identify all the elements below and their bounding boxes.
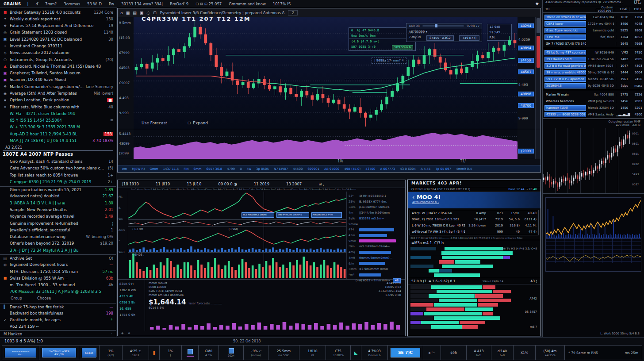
hero-link[interactable]: Attournament b › — [412, 200, 536, 204]
date-header-item[interactable]: 11 2019 — [254, 182, 269, 186]
sidebar-list-item[interactable]: Other's been beyond 372, 32019$19.20 — [0, 240, 116, 247]
side-list-row[interactable]: *9mm3 m990mm39m4— — [349, 244, 403, 250]
symbol-tab[interactable]: 4mm9 0.4 — [456, 167, 472, 171]
sidebar-list-item[interactable]: ▪Option Location, Desk position■ — [0, 97, 116, 104]
axis-price-label[interactable]: 43700 — [518, 103, 534, 108]
sidebar-list-item[interactable]: Giver punctuations warmth 55, 20211.89 — [0, 186, 116, 193]
depth-row[interactable] — [410, 290, 538, 293]
toolbar-cell[interactable]: ◣ — [351, 346, 361, 360]
quote-symbol[interactable]: 45 lat 5, my 437 sponsors — [544, 50, 586, 55]
sidebar-list-item[interactable]: ◇News associate 2012 outcome — [0, 50, 116, 56]
sidebar-list-item[interactable]: ▫Filter sets, White Blue columns with40 — [0, 104, 116, 110]
side-list-row[interactable]: 4m||3444/4m 9.99%mm — [349, 210, 403, 215]
sidebar-list-item[interactable]: ❖Futures 57.14 Replacement And Differenc… — [0, 23, 116, 29]
depth-row[interactable] — [410, 303, 538, 307]
toolbar-cell[interactable]: 1%(2/2) — [100, 346, 123, 360]
axis-price-label[interactable]: (4450 — [518, 58, 534, 63]
top-menu-item[interactable]: 1017% IS — [273, 2, 291, 6]
toolbar-cell[interactable]: 4.7%93Ommm.b — [361, 346, 388, 360]
quote-row[interactable]: 42333 cm 9060 5233 009-09 4333VM3 Santa.… — [543, 111, 644, 118]
sidebar-tab[interactable]: Group — [11, 296, 22, 302]
toolbar-cell[interactable]: 1Hi10PK — [299, 346, 326, 360]
depth-row[interactable] — [410, 307, 538, 311]
quote-row[interactable]: 39 v mra, a weblals 43000 mew59mg 50%B &… — [543, 69, 644, 76]
toolbar-cell[interactable]: 1%J — [160, 346, 182, 360]
sidebar-list-item[interactable]: Sample: New Preview Deaths2.01 — [0, 206, 116, 213]
side-list-row[interactable]: 43m — [349, 233, 403, 238]
sidebar-list-item[interactable]: ▤Archive SetO) — [0, 254, 116, 261]
chart-scrollbar[interactable] — [535, 17, 540, 129]
top-menu-item[interactable]: Pw — [109, 2, 114, 6]
chart-tool-icon[interactable]: ⌂ — [120, 11, 123, 15]
sidebar-list-item[interactable]: Advanced notes) doubled21.67 — [0, 193, 116, 200]
purple-indicator-pane[interactable] — [134, 129, 518, 159]
toolbar-cell[interactable]: 2024 — [219, 346, 244, 360]
toolbar-icon[interactable]: ◣ — [354, 350, 357, 356]
top-menu-item[interactable]: 3ommas — [64, 2, 80, 6]
mini-candlestick-chart[interactable]: 090105019501070254930037 — [543, 128, 644, 194]
sidebar-list-item[interactable]: ✓Gratitude-month, for ages⇡ — [0, 317, 116, 323]
sidebar-list-item[interactable]: Database maintenance wingW. bearing 0% — [0, 234, 116, 240]
top-menu-item[interactable]: 7mm? — [45, 2, 57, 6]
toolbar-blue-button[interactable]: ≈≈≈≈≈≈≈≈mu. — [5, 348, 36, 357]
sidebar-list-item[interactable]: Giro Analyst, dash 4, standard chains14 — [0, 158, 116, 165]
sidebar-list-item[interactable]: MTH: Decision, 1750, DC4 5% man57 m. — [0, 268, 116, 275]
sidebar-list-item[interactable]: ▍Dansk 75-hop too fire ferisk— — [0, 303, 116, 310]
tick-chart-a[interactable]: m3 4m3Hm3 3mm?9m 44m3m 3mm484m3m 9m3 44m — [128, 192, 346, 220]
symbol-tab[interactable]: A 007773 — [380, 167, 395, 171]
symbol-tab[interactable]: 43700 — [365, 167, 375, 171]
axis-price-label[interactable]: (2099 — [518, 149, 534, 154]
date-header-item[interactable]: |18 1910 — [122, 182, 139, 186]
depth-row[interactable] — [410, 265, 538, 268]
quote-symbol[interactable]: 39 v mra, a weblals 43000 mew — [544, 70, 586, 75]
toolbar-blue-icon[interactable] — [188, 349, 193, 354]
toolbar-cell[interactable]: C753 1OO% — [326, 346, 351, 360]
toolbar-cell[interactable]: d'140t=0 — [491, 346, 514, 360]
toolbar-cell[interactable]: 3=5%um =9E949' /29 — [39, 346, 79, 360]
side-list-row[interactable]: =mm≡3 9m3mmm mm≡ — [349, 267, 403, 272]
quote-symbol[interactable]: These on strains in at wearing a - — [544, 15, 586, 20]
symbol-tab[interactable]: 6557 30.8 — [207, 167, 222, 171]
toolbar-cell[interactable] — [182, 346, 199, 360]
chart-tool-icon[interactable]: ▤ — [133, 11, 137, 15]
depth-row[interactable] — [410, 260, 538, 264]
toolbar-blue-button[interactable]: 3=5%um =9E949' /29 — [42, 348, 76, 357]
symbol-tab[interactable]: 44500 — [293, 167, 303, 171]
quote-row[interactable]: 6 au. 2ge+ mono.biztamentia gold59253908 — [543, 27, 644, 34]
sidebar-list-item[interactable]: 70K Missouri 33 14611 J A J-Ma 8 @ 1203 … — [0, 288, 116, 295]
symbol-tab[interactable]: MJEW R) — [132, 167, 145, 171]
quote-symbol[interactable]: 739F me — [544, 35, 586, 40]
toolbar-cell[interactable]: X1% — [514, 346, 536, 360]
chart-tool-icon[interactable]: ⊡ — [153, 11, 157, 15]
depth-row[interactable] — [410, 269, 538, 273]
sidebar-list-item[interactable]: ✦Weekly outlook report net150 — [0, 15, 116, 22]
main-candlestick-chart[interactable]: C4PR33W 1T1 207 T12 12M 6. A) 47 9445.B9… — [134, 17, 518, 129]
quote-row[interactable]: These on strains in at wearing a -Ewr 40… — [543, 14, 644, 20]
depth-row[interactable] — [410, 316, 538, 320]
quote-row[interactable]: 45 lat 5, my 437 sponsorsIW 3016-949VM27… — [543, 49, 644, 56]
quote-row[interactable]: 739F mefief, fiver12644852 — [543, 34, 644, 40]
note-chip[interactable]: 48 — [393, 278, 401, 283]
sidebar-list-item[interactable]: W. Fla – 3271, closer Orlando 194 — [0, 110, 116, 117]
side-list-row[interactable]: 5y9sB33379 m3.5m¬ — [349, 216, 403, 221]
toolbar-cell[interactable]: SE 7)C — [388, 346, 423, 360]
toolbar-cell[interactable]: 60444 — [79, 346, 100, 360]
quote-row[interactable]: GH 7 (7050) 57.43 [73 54000-6]19457998 — [543, 40, 644, 47]
sidebar-list-item[interactable]: 3 JABBA A 14 J3 V L A J J ⊞ ⊞1.80 — [0, 200, 116, 206]
side-list-row[interactable]: 53*4t HH ≡9344449.1 — [349, 193, 403, 199]
sidebar-list-item[interactable]: Aug–AD 2 hour 111 2 /994 3-43 BL158 — [0, 131, 116, 137]
markets-table-row[interactable]: L 6 W 30 mc 79030 C 0 Lavr 40 F23.56 (lo… — [410, 223, 538, 229]
side-list-row[interactable]: 474 — [349, 227, 403, 232]
symbol-tab[interactable]: 699901 — [307, 167, 319, 171]
chart-toolbar-chip[interactable]: -2- — [288, 10, 298, 15]
quote-symbol[interactable]: CER3 lower — [544, 21, 586, 27]
date-header-item[interactable]: 09 09.0 ◑ — [218, 182, 237, 186]
top-menu-item[interactable]: ⊡ ⊠ ⊞ 25 0S7 — [196, 2, 222, 6]
symbol-tab[interactable]: 4799 — [227, 167, 235, 171]
sidebar-list-item[interactable]: m. 'Pro-Ayred. 1500 – 53 rebound4h — [0, 282, 116, 288]
quote-symbol[interactable]: 2019/04.3 — [544, 83, 586, 88]
symbol-tab[interactable]: AB 97000 — [324, 167, 339, 171]
depth-row[interactable] — [410, 285, 538, 289]
sidebar-list-item[interactable]: ❖Market Commander's suggestion w/out 200… — [0, 83, 116, 90]
sidebar-list-item[interactable]: A62 234 159 ⌐ — [0, 323, 116, 330]
